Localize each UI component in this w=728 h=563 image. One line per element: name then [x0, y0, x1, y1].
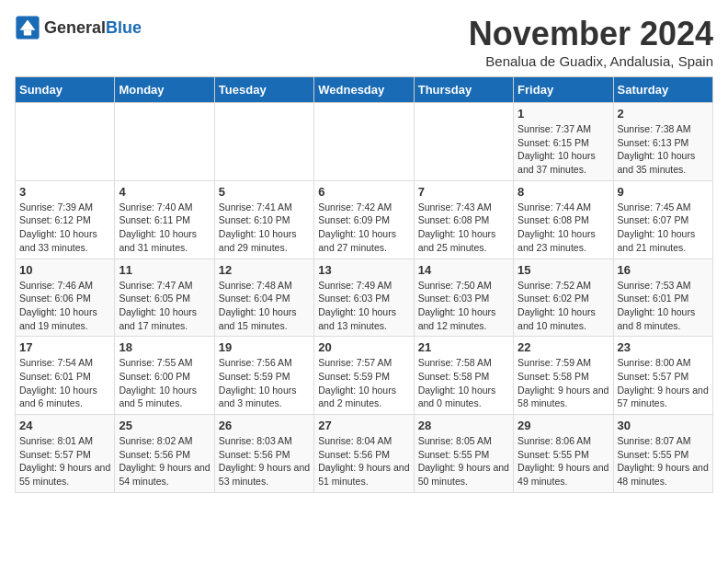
day-number: 10 [19, 263, 110, 277]
calendar-cell: 28Sunrise: 8:05 AM Sunset: 5:55 PM Dayli… [414, 415, 513, 493]
logo-general-text: General [44, 18, 106, 37]
calendar-cell: 12Sunrise: 7:48 AM Sunset: 6:04 PM Dayli… [214, 259, 313, 337]
day-info: Sunrise: 7:44 AM Sunset: 6:08 PM Dayligh… [518, 201, 609, 255]
day-number: 18 [119, 340, 210, 354]
header-friday: Friday [514, 77, 613, 103]
day-number: 26 [219, 419, 310, 432]
day-number: 19 [219, 340, 310, 354]
day-number: 6 [318, 185, 409, 199]
calendar-cell: 15Sunrise: 7:52 AM Sunset: 6:02 PM Dayli… [514, 259, 613, 337]
calendar-cell: 20Sunrise: 7:57 AM Sunset: 5:59 PM Dayli… [314, 337, 414, 415]
day-number: 14 [418, 263, 509, 277]
day-info: Sunrise: 7:57 AM Sunset: 5:59 PM Dayligh… [318, 356, 409, 410]
header-saturday: Saturday [613, 77, 712, 103]
calendar-week-row: 17Sunrise: 7:54 AM Sunset: 6:01 PM Dayli… [16, 337, 713, 415]
day-number: 5 [219, 185, 310, 199]
calendar-cell: 19Sunrise: 7:56 AM Sunset: 5:59 PM Dayli… [214, 337, 313, 415]
calendar-cell: 25Sunrise: 8:02 AM Sunset: 5:56 PM Dayli… [115, 415, 214, 493]
calendar-cell: 11Sunrise: 7:47 AM Sunset: 6:05 PM Dayli… [115, 259, 214, 337]
logo-blue-text: Blue [106, 18, 142, 37]
header-monday: Monday [115, 77, 214, 103]
day-info: Sunrise: 7:54 AM Sunset: 6:01 PM Dayligh… [19, 356, 110, 410]
calendar-cell [314, 103, 414, 181]
day-info: Sunrise: 7:40 AM Sunset: 6:11 PM Dayligh… [119, 201, 210, 255]
calendar-cell: 13Sunrise: 7:49 AM Sunset: 6:03 PM Dayli… [314, 259, 414, 337]
day-info: Sunrise: 7:52 AM Sunset: 6:02 PM Dayligh… [518, 279, 609, 333]
calendar-cell: 24Sunrise: 8:01 AM Sunset: 5:57 PM Dayli… [16, 415, 115, 493]
day-info: Sunrise: 7:37 AM Sunset: 6:15 PM Dayligh… [518, 122, 609, 177]
weekday-header-row: Sunday Monday Tuesday Wednesday Thursday… [16, 77, 713, 103]
calendar-cell: 22Sunrise: 7:59 AM Sunset: 5:58 PM Dayli… [514, 337, 613, 415]
day-info: Sunrise: 8:07 AM Sunset: 5:55 PM Dayligh… [618, 434, 709, 488]
calendar-cell: 8Sunrise: 7:44 AM Sunset: 6:08 PM Daylig… [514, 180, 613, 259]
header-thursday: Thursday [414, 77, 513, 103]
calendar-week-row: 24Sunrise: 8:01 AM Sunset: 5:57 PM Dayli… [16, 415, 713, 493]
calendar-cell: 3Sunrise: 7:39 AM Sunset: 6:12 PM Daylig… [16, 180, 115, 259]
day-info: Sunrise: 8:05 AM Sunset: 5:55 PM Dayligh… [418, 434, 509, 488]
day-info: Sunrise: 7:45 AM Sunset: 6:07 PM Dayligh… [618, 201, 709, 255]
day-info: Sunrise: 8:00 AM Sunset: 5:57 PM Dayligh… [618, 356, 709, 410]
day-info: Sunrise: 7:59 AM Sunset: 5:58 PM Dayligh… [518, 356, 609, 410]
day-number: 15 [518, 263, 609, 277]
day-number: 8 [518, 185, 609, 199]
day-info: Sunrise: 7:56 AM Sunset: 5:59 PM Dayligh… [219, 356, 310, 410]
calendar-cell: 10Sunrise: 7:46 AM Sunset: 6:06 PM Dayli… [16, 259, 115, 337]
day-number: 1 [518, 107, 609, 121]
day-number: 24 [19, 419, 110, 432]
logo-icon [15, 15, 40, 40]
day-info: Sunrise: 8:01 AM Sunset: 5:57 PM Dayligh… [19, 434, 110, 488]
day-number: 22 [518, 340, 609, 354]
day-number: 11 [119, 263, 210, 277]
day-number: 13 [318, 263, 409, 277]
calendar-cell [414, 103, 513, 181]
calendar-cell: 9Sunrise: 7:45 AM Sunset: 6:07 PM Daylig… [613, 180, 712, 259]
calendar-cell: 26Sunrise: 8:03 AM Sunset: 5:56 PM Dayli… [214, 415, 313, 493]
day-info: Sunrise: 7:49 AM Sunset: 6:03 PM Dayligh… [318, 279, 409, 333]
day-number: 3 [19, 185, 110, 199]
day-info: Sunrise: 8:03 AM Sunset: 5:56 PM Dayligh… [219, 434, 310, 488]
day-info: Sunrise: 7:53 AM Sunset: 6:01 PM Dayligh… [618, 279, 709, 333]
calendar-cell: 5Sunrise: 7:41 AM Sunset: 6:10 PM Daylig… [214, 180, 313, 259]
day-info: Sunrise: 7:50 AM Sunset: 6:03 PM Dayligh… [418, 279, 509, 333]
calendar-cell: 4Sunrise: 7:40 AM Sunset: 6:11 PM Daylig… [115, 180, 214, 259]
day-number: 7 [418, 185, 509, 199]
day-number: 2 [618, 107, 709, 121]
calendar-cell [115, 103, 214, 181]
calendar-cell: 23Sunrise: 8:00 AM Sunset: 5:57 PM Dayli… [613, 337, 712, 415]
day-info: Sunrise: 7:42 AM Sunset: 6:09 PM Dayligh… [318, 201, 409, 255]
calendar-cell: 7Sunrise: 7:43 AM Sunset: 6:08 PM Daylig… [414, 180, 513, 259]
calendar-cell: 17Sunrise: 7:54 AM Sunset: 6:01 PM Dayli… [16, 337, 115, 415]
day-info: Sunrise: 7:38 AM Sunset: 6:13 PM Dayligh… [618, 122, 709, 177]
logo: GeneralBlue [15, 15, 142, 40]
calendar-cell: 6Sunrise: 7:42 AM Sunset: 6:09 PM Daylig… [314, 180, 414, 259]
svg-rect-2 [24, 30, 31, 36]
day-number: 23 [618, 340, 709, 354]
day-info: Sunrise: 7:55 AM Sunset: 6:00 PM Dayligh… [119, 356, 210, 410]
header-sunday: Sunday [16, 77, 115, 103]
header-tuesday: Tuesday [214, 77, 313, 103]
day-number: 9 [618, 185, 709, 199]
day-number: 27 [318, 419, 409, 432]
calendar-header: Sunday Monday Tuesday Wednesday Thursday… [16, 77, 713, 103]
day-number: 30 [618, 419, 709, 432]
day-info: Sunrise: 7:47 AM Sunset: 6:05 PM Dayligh… [119, 279, 210, 333]
day-number: 25 [119, 419, 210, 432]
calendar-cell [16, 103, 115, 181]
day-number: 16 [618, 263, 709, 277]
day-number: 4 [119, 185, 210, 199]
day-number: 12 [219, 263, 310, 277]
day-info: Sunrise: 7:39 AM Sunset: 6:12 PM Dayligh… [19, 201, 110, 255]
calendar-cell: 18Sunrise: 7:55 AM Sunset: 6:00 PM Dayli… [115, 337, 214, 415]
calendar-cell: 2Sunrise: 7:38 AM Sunset: 6:13 PM Daylig… [613, 103, 712, 181]
day-info: Sunrise: 8:06 AM Sunset: 5:55 PM Dayligh… [518, 434, 609, 488]
day-info: Sunrise: 7:43 AM Sunset: 6:08 PM Dayligh… [418, 201, 509, 255]
calendar-cell: 30Sunrise: 8:07 AM Sunset: 5:55 PM Dayli… [613, 415, 712, 493]
page-header: GeneralBlue November 2024 Benalua de Gua… [15, 15, 713, 69]
day-info: Sunrise: 7:46 AM Sunset: 6:06 PM Dayligh… [19, 279, 110, 333]
calendar-week-row: 1Sunrise: 7:37 AM Sunset: 6:15 PM Daylig… [16, 103, 713, 181]
calendar-cell: 1Sunrise: 7:37 AM Sunset: 6:15 PM Daylig… [514, 103, 613, 181]
location-text: Benalua de Guadix, Andalusia, Spain [469, 53, 713, 69]
calendar-cell: 29Sunrise: 8:06 AM Sunset: 5:55 PM Dayli… [514, 415, 613, 493]
day-number: 21 [418, 340, 509, 354]
day-info: Sunrise: 8:04 AM Sunset: 5:56 PM Dayligh… [318, 434, 409, 488]
